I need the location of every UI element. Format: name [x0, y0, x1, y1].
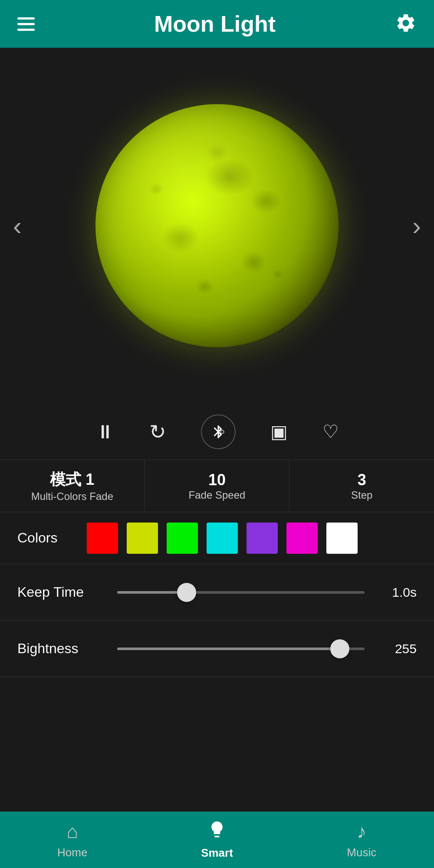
keep-time-slider[interactable]	[117, 591, 365, 594]
step-cell[interactable]: 3 Step	[289, 460, 434, 512]
gear-icon	[395, 12, 417, 34]
colors-row: Colors	[0, 512, 434, 564]
pause-button[interactable]: ⏸	[95, 421, 115, 443]
refresh-button[interactable]: ↻	[149, 420, 166, 444]
nav-smart-label: Smart	[201, 846, 233, 860]
music-icon: ♪	[357, 821, 366, 842]
step-label: Step	[351, 489, 372, 501]
step-number: 3	[358, 471, 366, 489]
next-arrow[interactable]: ›	[412, 211, 421, 241]
brightness-label: Bightness	[17, 641, 104, 657]
speed-cell[interactable]: 10 Fade Speed	[145, 460, 290, 512]
color-cyan[interactable]	[207, 523, 238, 554]
nav-home-label: Home	[57, 846, 87, 859]
nav-music-label: Music	[347, 846, 376, 859]
settings-button[interactable]	[395, 12, 417, 36]
bottom-nav: ⌂ Home Smart ♪ Music	[0, 812, 434, 868]
nav-music[interactable]: ♪ Music	[289, 821, 434, 859]
color-purple[interactable]	[247, 523, 278, 554]
color-green[interactable]	[167, 523, 198, 554]
mode-label: 模式 1	[50, 469, 94, 490]
prev-arrow[interactable]: ‹	[13, 211, 22, 241]
header: Moon Light	[0, 0, 434, 48]
brightness-slider[interactable]	[117, 648, 365, 650]
bulb-icon	[207, 820, 227, 839]
controls-bar: ⏸ ↻ ▣ ♡	[0, 404, 434, 460]
moon-display: ‹ ›	[0, 48, 434, 404]
keep-time-row: Keep Time 1.0s	[0, 564, 434, 621]
favorite-button[interactable]: ♡	[322, 421, 339, 442]
color-yellow[interactable]	[127, 523, 158, 554]
bluetooth-icon	[210, 424, 226, 440]
nav-home[interactable]: ⌂ Home	[0, 821, 145, 859]
speed-number: 10	[208, 471, 226, 489]
menu-button[interactable]	[17, 14, 35, 34]
mode-name: Multi-Colors Fade	[31, 490, 113, 503]
mode-row: 模式 1 Multi-Colors Fade 10 Fade Speed 3 S…	[0, 460, 434, 512]
svg-point-0	[220, 430, 224, 434]
save-button[interactable]: ▣	[270, 421, 288, 442]
color-white[interactable]	[326, 523, 358, 554]
app-title: Moon Light	[154, 11, 276, 37]
keep-time-value: 1.0s	[378, 585, 417, 600]
keep-time-label: Keep Time	[17, 584, 104, 600]
bluetooth-button[interactable]	[201, 414, 236, 449]
moon-image	[95, 104, 339, 347]
colors-label: Colors	[17, 530, 69, 546]
mode-cell[interactable]: 模式 1 Multi-Colors Fade	[0, 460, 145, 512]
speed-label: Fade Speed	[189, 489, 246, 501]
brightness-row: Bightness 255	[0, 621, 434, 677]
brightness-value: 255	[378, 641, 417, 656]
home-icon: ⌂	[66, 821, 78, 842]
smart-icon	[207, 820, 227, 843]
color-magenta[interactable]	[286, 523, 318, 554]
nav-smart[interactable]: Smart	[145, 820, 289, 860]
color-red[interactable]	[87, 523, 118, 554]
